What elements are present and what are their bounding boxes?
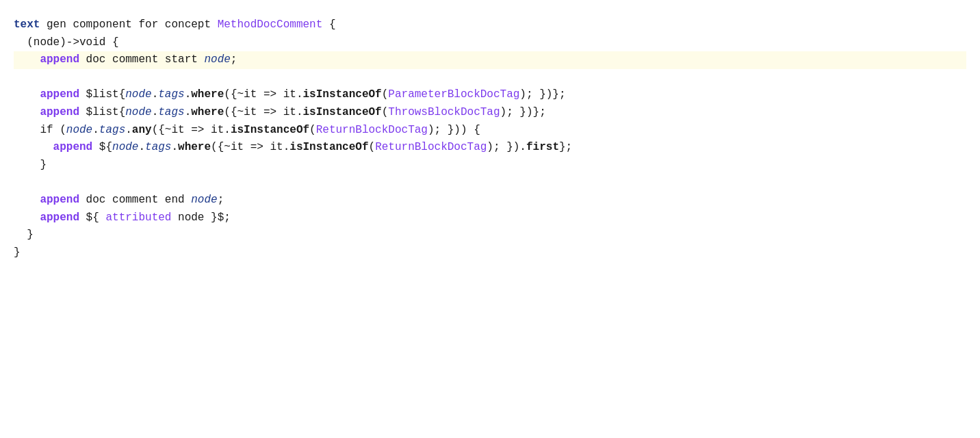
token: (node)->void { [27,34,118,52]
token: any [132,122,152,140]
token: ReturnBlockDocTag [316,122,428,140]
token: . [125,122,132,140]
empty-line [14,174,966,192]
token: ( [382,104,389,122]
token: text [14,16,40,34]
code-content: text gen component for concept MethodDoc… [14,16,966,261]
code-line: if (node.tags.any({~it => it.isInstanceO… [14,122,966,140]
indent [14,192,40,209]
token: ParameterBlockDocTag [388,86,519,104]
indent [14,122,40,140]
token: tags [99,122,125,140]
token: append [40,192,79,209]
token: ({~it => it. [152,122,231,140]
token: ( [53,122,66,140]
indent [14,139,53,157]
token: append [40,104,79,122]
code-line: } [14,227,966,244]
token: . [92,122,99,140]
token: }; [559,139,572,157]
code-line: append $list{node.tags.where({~it => it.… [14,86,966,104]
code-line: } [14,157,966,175]
token: } [40,157,47,175]
token: isInstanceOf [289,139,368,157]
indent [14,227,27,244]
token: isInstanceOf [303,86,382,104]
code-line: append ${node.tags.where({~it => it.isIn… [14,139,966,157]
code-line: } [14,244,966,262]
token: attributed [105,209,171,227]
code-editor: text gen component for concept MethodDoc… [0,0,980,438]
token: isInstanceOf [231,122,309,140]
token: tags [158,104,184,122]
token: ${ [79,209,105,227]
code-line: append ${ attributed node }$; [14,209,966,227]
token: . [185,86,192,104]
indent [14,209,40,227]
token: where [178,139,211,157]
token: { [322,16,335,34]
token: where [191,104,224,122]
token: append [53,139,93,157]
token: ); })}; [519,86,565,104]
token: ({~it => it. [211,139,289,157]
token: append [40,51,79,69]
token: ; [218,192,224,209]
token: doc comment end [79,192,191,209]
token: $list{ [79,86,125,104]
token: node [204,51,230,69]
token: tags [145,139,171,157]
indent [14,104,40,122]
token: } [27,227,34,244]
token: . [152,104,159,122]
token: . [171,139,178,157]
token: ReturnBlockDocTag [375,139,487,157]
token: ; [231,51,237,69]
token: . [152,86,159,104]
indent [14,157,40,175]
token: node [125,86,151,104]
token: . [185,104,192,122]
token: node [112,139,138,157]
indent [14,86,40,104]
token: node [125,104,151,122]
token: if [40,122,53,140]
code-line: append doc comment start node; [14,51,966,69]
token: where [191,86,224,104]
code-line: append $list{node.tags.where({~it => it.… [14,104,966,122]
empty-line [14,69,966,87]
token: tags [158,86,184,104]
token: MethodDocComment [218,16,323,34]
token: node [191,192,217,209]
token: ( [309,122,316,140]
token: ThrowsBlockDocTag [388,104,500,122]
token: append [40,86,79,104]
token: $list{ [79,104,125,122]
token: ); }). [487,139,526,157]
token: . [138,139,145,157]
token: ({~it => it. [224,104,302,122]
indent [14,51,40,69]
token: ({~it => it. [224,86,302,104]
token: ( [382,86,389,104]
token: ); })) { [428,122,480,140]
token: node }$; [171,209,230,227]
token: append [40,209,79,227]
indent [14,34,27,52]
code-line: append doc comment end node; [14,192,966,209]
token: first [526,139,559,157]
token: isInstanceOf [303,104,382,122]
code-line: text gen component for concept MethodDoc… [14,16,966,34]
token: ( [369,139,376,157]
token: node [66,122,92,140]
token: ${ [92,139,112,157]
token: gen component for concept [40,16,217,34]
token: } [14,244,21,262]
token: ); })}; [500,104,546,122]
token: doc comment start [79,51,204,69]
code-line: (node)->void { [14,34,966,52]
